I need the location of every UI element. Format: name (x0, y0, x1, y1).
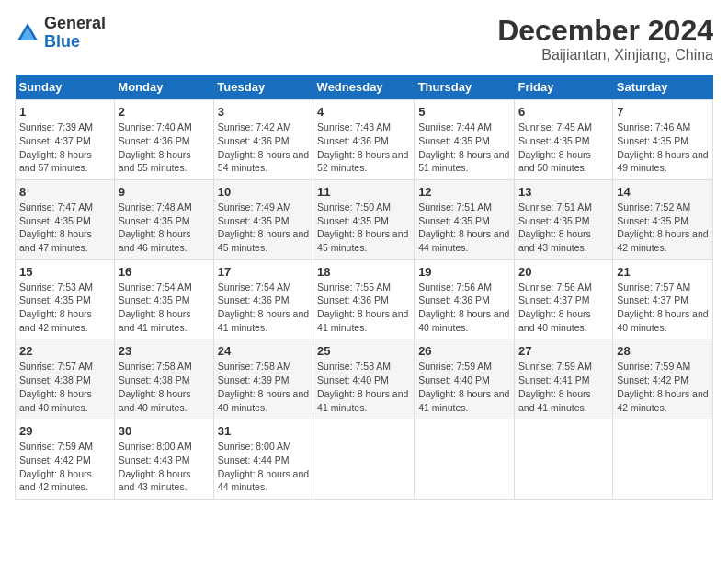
day-number: 13 (518, 185, 609, 199)
day-cell: 8Sunrise: 7:47 AM Sunset: 4:35 PM Daylig… (16, 179, 115, 259)
header-day-thursday: Thursday (415, 75, 515, 100)
day-detail: Sunrise: 7:48 AM Sunset: 4:35 PM Dayligh… (119, 201, 210, 255)
header-day-monday: Monday (114, 75, 213, 100)
day-detail: Sunrise: 7:49 AM Sunset: 4:35 PM Dayligh… (218, 201, 309, 255)
day-cell: 25Sunrise: 7:58 AM Sunset: 4:40 PM Dayli… (313, 339, 415, 419)
day-number: 27 (518, 344, 609, 358)
day-cell: 20Sunrise: 7:56 AM Sunset: 4:37 PM Dayli… (514, 259, 612, 339)
day-number: 18 (317, 265, 410, 279)
day-detail: Sunrise: 7:56 AM Sunset: 4:37 PM Dayligh… (518, 281, 609, 335)
day-cell: 29Sunrise: 7:59 AM Sunset: 4:42 PM Dayli… (16, 419, 115, 500)
day-cell: 3Sunrise: 7:42 AM Sunset: 4:36 PM Daylig… (213, 100, 313, 180)
day-cell: 19Sunrise: 7:56 AM Sunset: 4:36 PM Dayli… (415, 259, 515, 339)
day-cell (613, 419, 713, 500)
day-detail: Sunrise: 7:54 AM Sunset: 4:35 PM Dayligh… (119, 281, 210, 335)
day-cell: 6Sunrise: 7:45 AM Sunset: 4:35 PM Daylig… (514, 100, 612, 180)
week-row-4: 22Sunrise: 7:57 AM Sunset: 4:38 PM Dayli… (16, 339, 713, 419)
day-cell: 7Sunrise: 7:46 AM Sunset: 4:35 PM Daylig… (613, 100, 713, 180)
day-detail: Sunrise: 7:52 AM Sunset: 4:35 PM Dayligh… (617, 201, 709, 255)
day-cell: 26Sunrise: 7:59 AM Sunset: 4:40 PM Dayli… (415, 339, 515, 419)
week-row-3: 15Sunrise: 7:53 AM Sunset: 4:35 PM Dayli… (16, 259, 713, 339)
logo-icon (15, 20, 40, 46)
day-number: 15 (19, 265, 110, 279)
day-detail: Sunrise: 7:50 AM Sunset: 4:35 PM Dayligh… (317, 201, 410, 255)
day-detail: Sunrise: 7:42 AM Sunset: 4:36 PM Dayligh… (218, 121, 309, 175)
day-detail: Sunrise: 8:00 AM Sunset: 4:43 PM Dayligh… (119, 440, 210, 494)
day-cell: 10Sunrise: 7:49 AM Sunset: 4:35 PM Dayli… (213, 179, 313, 259)
day-cell: 27Sunrise: 7:59 AM Sunset: 4:41 PM Dayli… (514, 339, 612, 419)
day-detail: Sunrise: 7:43 AM Sunset: 4:36 PM Dayligh… (317, 121, 410, 175)
day-number: 5 (418, 105, 510, 119)
day-detail: Sunrise: 7:59 AM Sunset: 4:42 PM Dayligh… (19, 440, 110, 494)
day-detail: Sunrise: 7:57 AM Sunset: 4:37 PM Dayligh… (617, 281, 709, 335)
day-number: 7 (617, 105, 709, 119)
day-number: 26 (418, 344, 510, 358)
day-cell: 14Sunrise: 7:52 AM Sunset: 4:35 PM Dayli… (613, 179, 713, 259)
day-cell: 1Sunrise: 7:39 AM Sunset: 4:37 PM Daylig… (16, 100, 115, 180)
logo-general: General (44, 15, 106, 33)
day-cell: 17Sunrise: 7:54 AM Sunset: 4:36 PM Dayli… (213, 259, 313, 339)
day-cell: 18Sunrise: 7:55 AM Sunset: 4:36 PM Dayli… (313, 259, 415, 339)
logo: General Blue (15, 15, 106, 52)
day-detail: Sunrise: 7:59 AM Sunset: 4:40 PM Dayligh… (418, 360, 510, 414)
day-number: 31 (218, 424, 309, 438)
day-detail: Sunrise: 7:53 AM Sunset: 4:35 PM Dayligh… (19, 281, 110, 335)
week-row-2: 8Sunrise: 7:47 AM Sunset: 4:35 PM Daylig… (16, 179, 713, 259)
day-number: 28 (617, 344, 709, 358)
location-title: Baijiantan, Xinjiang, China (497, 47, 713, 63)
day-cell: 23Sunrise: 7:58 AM Sunset: 4:38 PM Dayli… (114, 339, 213, 419)
day-number: 8 (19, 185, 110, 199)
day-detail: Sunrise: 8:00 AM Sunset: 4:44 PM Dayligh… (218, 440, 309, 494)
header-day-sunday: Sunday (16, 75, 115, 100)
day-number: 29 (19, 424, 110, 438)
day-number: 11 (317, 185, 410, 199)
logo-text: General Blue (44, 15, 106, 52)
logo-blue: Blue (44, 33, 106, 52)
day-number: 17 (218, 265, 309, 279)
day-detail: Sunrise: 7:51 AM Sunset: 4:35 PM Dayligh… (418, 201, 510, 255)
day-number: 6 (518, 105, 609, 119)
header-day-wednesday: Wednesday (313, 75, 415, 100)
day-cell (415, 419, 515, 500)
day-cell: 2Sunrise: 7:40 AM Sunset: 4:36 PM Daylig… (114, 100, 213, 180)
day-cell: 30Sunrise: 8:00 AM Sunset: 4:43 PM Dayli… (114, 419, 213, 500)
day-cell: 24Sunrise: 7:58 AM Sunset: 4:39 PM Dayli… (213, 339, 313, 419)
day-number: 16 (119, 265, 210, 279)
day-number: 25 (317, 344, 410, 358)
header: General Blue December 2024 Baijiantan, X… (15, 15, 713, 63)
day-detail: Sunrise: 7:59 AM Sunset: 4:41 PM Dayligh… (518, 360, 609, 414)
day-cell: 12Sunrise: 7:51 AM Sunset: 4:35 PM Dayli… (415, 179, 515, 259)
day-cell: 28Sunrise: 7:59 AM Sunset: 4:42 PM Dayli… (613, 339, 713, 419)
day-number: 23 (119, 344, 210, 358)
day-cell: 15Sunrise: 7:53 AM Sunset: 4:35 PM Dayli… (16, 259, 115, 339)
day-cell (313, 419, 415, 500)
day-cell: 9Sunrise: 7:48 AM Sunset: 4:35 PM Daylig… (114, 179, 213, 259)
day-number: 20 (518, 265, 609, 279)
week-row-5: 29Sunrise: 7:59 AM Sunset: 4:42 PM Dayli… (16, 419, 713, 500)
calendar-table: SundayMondayTuesdayWednesdayThursdayFrid… (15, 75, 713, 500)
day-detail: Sunrise: 7:45 AM Sunset: 4:35 PM Dayligh… (518, 121, 609, 175)
day-number: 2 (119, 105, 210, 119)
day-detail: Sunrise: 7:51 AM Sunset: 4:35 PM Dayligh… (518, 201, 609, 255)
day-cell: 31Sunrise: 8:00 AM Sunset: 4:44 PM Dayli… (213, 419, 313, 500)
day-number: 10 (218, 185, 309, 199)
day-cell: 4Sunrise: 7:43 AM Sunset: 4:36 PM Daylig… (313, 100, 415, 180)
day-number: 19 (418, 265, 510, 279)
day-detail: Sunrise: 7:58 AM Sunset: 4:39 PM Dayligh… (218, 360, 309, 414)
day-cell: 21Sunrise: 7:57 AM Sunset: 4:37 PM Dayli… (613, 259, 713, 339)
day-detail: Sunrise: 7:39 AM Sunset: 4:37 PM Dayligh… (19, 121, 110, 175)
day-detail: Sunrise: 7:55 AM Sunset: 4:36 PM Dayligh… (317, 281, 410, 335)
day-detail: Sunrise: 7:57 AM Sunset: 4:38 PM Dayligh… (19, 360, 110, 414)
header-day-saturday: Saturday (613, 75, 713, 100)
day-number: 24 (218, 344, 309, 358)
day-cell (514, 419, 612, 500)
week-row-1: 1Sunrise: 7:39 AM Sunset: 4:37 PM Daylig… (16, 100, 713, 180)
day-detail: Sunrise: 7:46 AM Sunset: 4:35 PM Dayligh… (617, 121, 709, 175)
title-area: December 2024 Baijiantan, Xinjiang, Chin… (497, 15, 713, 63)
day-cell: 13Sunrise: 7:51 AM Sunset: 4:35 PM Dayli… (514, 179, 612, 259)
day-number: 14 (617, 185, 709, 199)
header-day-friday: Friday (514, 75, 612, 100)
header-day-tuesday: Tuesday (213, 75, 313, 100)
calendar-header-row: SundayMondayTuesdayWednesdayThursdayFrid… (16, 75, 713, 100)
day-cell: 5Sunrise: 7:44 AM Sunset: 4:35 PM Daylig… (415, 100, 515, 180)
